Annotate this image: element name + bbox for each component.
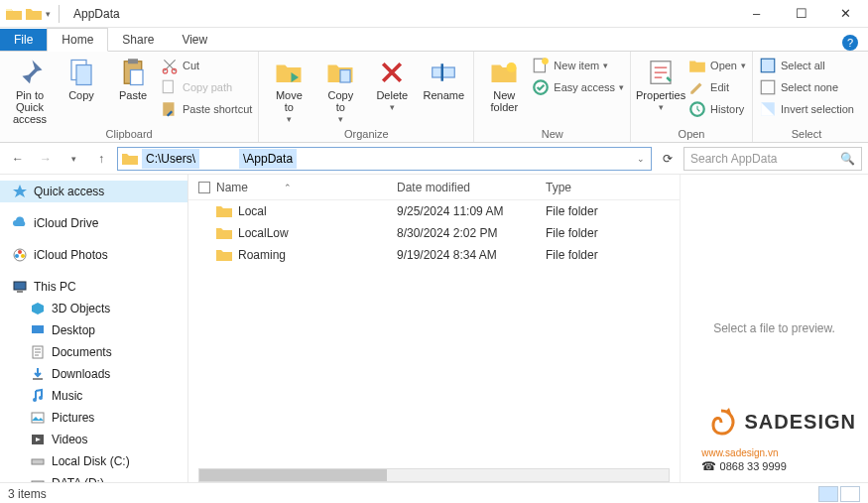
invert-selection-button[interactable]: Invert selection	[759, 99, 854, 119]
file-row[interactable]: LocalLow 8/30/2024 2:02 PM File folder	[188, 222, 680, 244]
new-folder-icon	[489, 58, 519, 87]
svg-rect-24	[14, 282, 26, 290]
delete-button[interactable]: Delete▾	[368, 54, 416, 113]
sidebar-item-videos[interactable]: Videos	[0, 429, 187, 450]
qat-icon[interactable]	[26, 7, 42, 21]
sidebar-item-downloads[interactable]: Downloads	[0, 363, 187, 385]
details-view-button[interactable]	[818, 486, 838, 502]
file-row[interactable]: Local 9/25/2024 11:09 AM File folder	[188, 200, 680, 222]
horizontal-scrollbar[interactable]	[198, 468, 670, 482]
move-to-icon	[274, 58, 304, 87]
photos-icon	[12, 247, 28, 263]
new-folder-button[interactable]: New folder	[480, 54, 528, 113]
svg-rect-4	[131, 70, 144, 85]
tab-file[interactable]: File	[0, 29, 47, 51]
tab-home[interactable]: Home	[47, 28, 108, 52]
navigation-pane[interactable]: Quick access iCloud Drive iCloud Photos …	[0, 175, 188, 482]
search-box[interactable]: Search AppData 🔍	[683, 147, 862, 171]
open-button[interactable]: Open ▾	[688, 56, 746, 75]
cut-icon	[161, 57, 179, 74]
help-icon[interactable]: ?	[842, 35, 858, 51]
history-button[interactable]: History	[688, 99, 746, 119]
sidebar-item-this-pc[interactable]: This PC	[0, 276, 187, 298]
drive-icon	[30, 475, 46, 482]
svg-point-14	[542, 58, 549, 64]
videos-icon	[30, 432, 46, 447]
svg-rect-34	[32, 481, 44, 482]
select-all-checkbox[interactable]	[198, 182, 210, 193]
copy-path-button[interactable]: Copy path	[161, 77, 252, 97]
address-segment[interactable]: \AppData	[239, 149, 297, 169]
copy-button[interactable]: Copy	[58, 54, 105, 101]
file-row[interactable]: Roaming 9/19/2024 8:34 AM File folder	[188, 244, 680, 266]
sidebar-item-pictures[interactable]: Pictures	[0, 407, 187, 429]
cut-button[interactable]: Cut	[161, 56, 252, 75]
svg-rect-7	[163, 80, 173, 92]
ribbon: Pin to Quick access Copy Paste Cut Copy …	[0, 52, 868, 143]
pin-quick-access-button[interactable]: Pin to Quick access	[6, 54, 54, 125]
back-button[interactable]: ←	[6, 147, 30, 171]
tab-view[interactable]: View	[168, 29, 221, 51]
rename-button[interactable]: Rename	[420, 54, 467, 101]
new-item-button[interactable]: New item ▾	[532, 56, 624, 75]
svg-rect-11	[441, 63, 444, 81]
open-icon	[688, 57, 706, 74]
svg-point-29	[33, 398, 37, 402]
folder-icon	[216, 225, 232, 241]
forward-button[interactable]: →	[34, 147, 58, 171]
ribbon-group-new: New folder New item ▾ Easy access ▾ New	[474, 52, 631, 142]
app-folder-icon	[6, 7, 22, 21]
sidebar-item-data-d[interactable]: DATA (D:)	[0, 472, 187, 482]
invert-selection-icon	[759, 100, 777, 118]
sidebar-item-documents[interactable]: Documents	[0, 341, 187, 363]
column-headers[interactable]: Name⌃ Date modified Type	[188, 175, 680, 200]
titlebar: ▾ AppData – ☐ ✕	[0, 0, 868, 28]
edit-button[interactable]: Edit	[688, 77, 746, 97]
select-all-button[interactable]: Select all	[759, 56, 854, 75]
address-folder-icon	[122, 152, 138, 166]
sidebar-item-quick-access[interactable]: Quick access	[0, 181, 187, 202]
svg-rect-1	[76, 65, 91, 85]
rename-icon	[429, 58, 458, 87]
documents-icon	[30, 344, 46, 360]
svg-point-23	[15, 254, 19, 258]
refresh-button[interactable]: ⟳	[656, 152, 680, 166]
svg-rect-19	[761, 80, 775, 94]
sidebar-item-icloud-drive[interactable]: iCloud Drive	[0, 212, 187, 234]
paste-button[interactable]: Paste	[109, 54, 157, 101]
star-icon	[12, 184, 28, 199]
address-bar[interactable]: C:\Users\ \AppData ⌄	[117, 147, 652, 171]
svg-point-21	[18, 250, 22, 254]
address-segment[interactable]: C:\Users\	[142, 149, 199, 169]
tab-share[interactable]: Share	[108, 29, 168, 51]
address-dropdown-icon[interactable]: ⌄	[631, 154, 651, 164]
paste-shortcut-button[interactable]: Paste shortcut	[161, 99, 252, 119]
copy-to-icon	[325, 58, 355, 87]
svg-rect-28	[33, 378, 43, 380]
status-bar: 3 items	[0, 482, 868, 503]
ribbon-tabs: File Home Share View ?	[0, 28, 868, 52]
qat-dropdown-icon[interactable]: ▾	[46, 9, 51, 19]
maximize-button[interactable]: ☐	[779, 0, 823, 28]
ribbon-group-open: Properties▾ Open ▾ Edit History Open	[631, 52, 753, 142]
icons-view-button[interactable]	[840, 486, 860, 502]
easy-access-button[interactable]: Easy access ▾	[532, 77, 624, 97]
paste-icon	[118, 58, 148, 87]
copy-to-button[interactable]: Copy to▾	[316, 54, 364, 125]
select-none-button[interactable]: Select none	[759, 77, 854, 97]
minimize-button[interactable]: –	[734, 0, 779, 28]
sidebar-item-desktop[interactable]: Desktop	[0, 319, 187, 341]
history-dropdown[interactable]: ▾	[62, 147, 85, 171]
sidebar-item-3d-objects[interactable]: 3D Objects	[0, 298, 187, 319]
file-list[interactable]: Name⌃ Date modified Type Local 9/25/2024…	[188, 175, 680, 482]
properties-button[interactable]: Properties▾	[637, 54, 684, 113]
move-to-button[interactable]: Move to▾	[265, 54, 312, 125]
sidebar-item-local-disk-c[interactable]: Local Disk (C:)	[0, 450, 187, 472]
downloads-icon	[30, 366, 46, 382]
up-button[interactable]: ↑	[89, 147, 113, 171]
copy-icon	[66, 58, 96, 87]
delete-icon	[377, 58, 407, 87]
close-button[interactable]: ✕	[823, 0, 868, 28]
sidebar-item-music[interactable]: Music	[0, 385, 187, 407]
sidebar-item-icloud-photos[interactable]: iCloud Photos	[0, 244, 187, 266]
